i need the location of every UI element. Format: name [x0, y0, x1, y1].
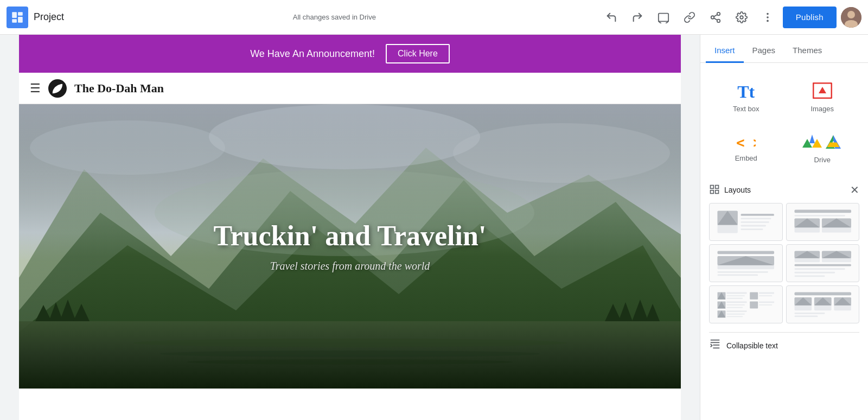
layout-card-3[interactable]: [709, 244, 783, 282]
insert-grid: Tt Text box Images: [709, 74, 859, 173]
site-container: We Have An Announcement! Click Here ☰ Th…: [19, 35, 681, 420]
svg-point-15: [767, 20, 769, 22]
svg-rect-3: [12, 19, 17, 23]
announcement-text: We Have An Announcement!: [250, 48, 375, 60]
svg-rect-91: [726, 304, 745, 306]
svg-rect-47: [711, 185, 714, 188]
layout-card-4[interactable]: [786, 244, 860, 282]
hero-title: Truckin' and Travelin': [85, 220, 615, 251]
svg-rect-49: [716, 190, 719, 193]
preview-button[interactable]: [653, 7, 674, 28]
svg-rect-96: [726, 314, 745, 315]
collapsible-label: Collapsible text: [726, 341, 778, 350]
layout-card-2[interactable]: [786, 203, 860, 241]
svg-rect-67: [717, 251, 774, 254]
svg-line-10: [714, 18, 717, 20]
insert-images[interactable]: Images: [786, 74, 860, 122]
images-icon: [813, 82, 832, 100]
svg-point-12: [740, 16, 743, 19]
svg-rect-103: [759, 304, 772, 306]
svg-text:< >: < >: [736, 135, 756, 150]
svg-marker-44: [809, 135, 815, 143]
share-button[interactable]: [705, 7, 726, 28]
svg-rect-80: [794, 268, 845, 270]
document-title: Project: [34, 11, 64, 23]
svg-rect-114: [794, 313, 825, 314]
svg-rect-58: [741, 228, 763, 230]
svg-point-17: [847, 11, 855, 18]
svg-rect-59: [794, 210, 851, 213]
svg-rect-104: [794, 292, 851, 296]
svg-point-36: [30, 120, 225, 175]
text-box-icon: Tt: [737, 83, 755, 100]
redo-button[interactable]: [627, 7, 648, 28]
svg-rect-101: [750, 301, 758, 308]
collapsible-text-section[interactable]: Collapsible text: [709, 332, 859, 358]
undo-button[interactable]: [601, 7, 622, 28]
svg-rect-72: [717, 275, 758, 276]
svg-rect-54: [741, 214, 774, 216]
insert-embed[interactable]: < > Embed: [709, 124, 783, 173]
svg-rect-82: [794, 275, 825, 277]
panel-content: Tt Text box Images: [700, 63, 868, 420]
embed-label: Embed: [735, 154, 757, 162]
canvas-area: We Have An Announcement! Click Here ☰ Th…: [0, 35, 700, 420]
tab-insert[interactable]: Insert: [706, 39, 744, 63]
svg-rect-115: [794, 316, 818, 317]
svg-rect-81: [794, 272, 835, 273]
collapsible-icon: [709, 338, 721, 353]
svg-rect-102: [759, 301, 774, 303]
hero-section: Truckin' and Travelin' Travel stories fr…: [19, 104, 681, 389]
layouts-section-header: Layouts ✕: [709, 183, 859, 196]
layouts-label: Layouts: [724, 186, 751, 194]
click-here-button[interactable]: Click Here: [386, 44, 450, 63]
svg-point-34: [187, 359, 513, 365]
insert-text-box[interactable]: Tt Text box: [709, 74, 783, 122]
svg-point-32: [133, 339, 567, 347]
svg-rect-4: [659, 13, 668, 21]
layout-card-5[interactable]: [709, 285, 783, 323]
publish-button[interactable]: Publish: [783, 7, 837, 28]
svg-rect-100: [759, 295, 772, 296]
embed-icon: < >: [736, 135, 756, 150]
svg-point-14: [767, 16, 769, 18]
layouts-collapse[interactable]: ✕: [850, 183, 859, 196]
more-options-button[interactable]: [757, 7, 778, 28]
drive-icon: [802, 132, 843, 151]
hero-content: Truckin' and Travelin' Travel stories fr…: [85, 220, 615, 272]
tab-pages[interactable]: Pages: [744, 39, 784, 63]
svg-rect-90: [726, 301, 746, 303]
svg-rect-86: [726, 295, 745, 296]
svg-rect-98: [750, 292, 758, 300]
layout-card-6[interactable]: [786, 285, 860, 323]
layouts-grid: [709, 203, 859, 323]
insert-drive[interactable]: Drive: [786, 124, 860, 173]
svg-rect-0: [12, 12, 17, 18]
app-icon: [7, 7, 28, 28]
svg-point-37: [209, 104, 480, 169]
layout-card-1[interactable]: [709, 203, 783, 241]
text-box-label: Text box: [733, 105, 759, 113]
svg-rect-1: [18, 12, 23, 16]
settings-button[interactable]: [731, 7, 752, 28]
site-logo: [48, 79, 67, 98]
svg-rect-85: [726, 292, 746, 294]
svg-rect-55: [741, 218, 771, 220]
tab-themes[interactable]: Themes: [784, 39, 831, 63]
link-button[interactable]: [679, 7, 700, 28]
avatar[interactable]: [841, 7, 861, 28]
svg-point-13: [767, 12, 769, 15]
hamburger-icon[interactable]: ☰: [30, 81, 41, 96]
svg-rect-56: [741, 221, 769, 223]
svg-rect-57: [741, 225, 766, 227]
site-header: ☰ The Do-Dah Man: [19, 73, 681, 104]
svg-rect-50: [711, 190, 714, 193]
svg-line-11: [714, 14, 717, 16]
svg-rect-99: [759, 292, 774, 294]
svg-point-33: [160, 351, 540, 357]
announcement-bar: We Have An Announcement! Click Here: [19, 35, 681, 73]
svg-marker-41: [819, 87, 826, 93]
svg-rect-92: [726, 307, 743, 308]
svg-rect-2: [18, 16, 23, 22]
svg-rect-87: [726, 298, 743, 299]
